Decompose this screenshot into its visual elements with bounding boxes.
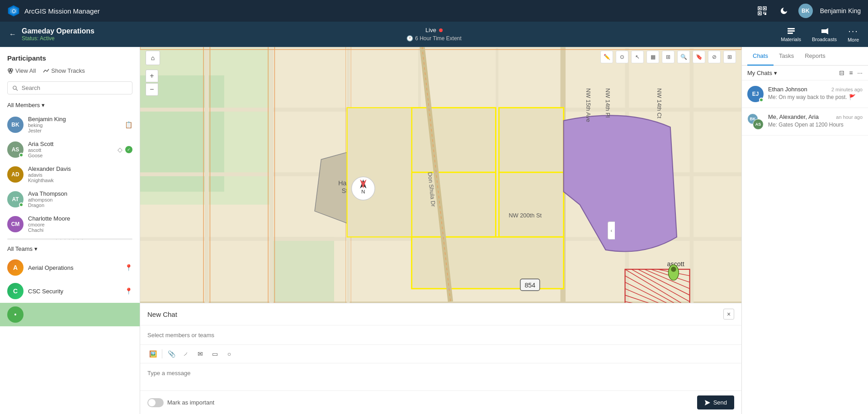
team-item-aerial[interactable]: A Aerial Operations 📍 <box>0 256 140 279</box>
chat-name-row-group: Me, Alexander, Aria an hour ago <box>768 113 863 120</box>
message-input[interactable] <box>147 370 734 376</box>
tab-chats[interactable]: Chats <box>747 47 774 66</box>
resize-handle[interactable]: · · · · · · · <box>7 238 132 240</box>
all-teams-section[interactable]: All Teams ▾ <box>0 242 140 256</box>
member-item-ad[interactable]: AD Alexander Davis adavis Knighthawk <box>0 162 140 187</box>
svg-rect-10 <box>764 12 765 13</box>
table-tool-button[interactable]: ▦ <box>646 51 659 63</box>
qr-code-button[interactable] <box>755 4 769 18</box>
map-home-button[interactable]: ⌂ <box>146 51 160 65</box>
zoom-in-button[interactable]: + <box>146 70 158 82</box>
draw-rect-button[interactable]: ▭ <box>209 348 220 359</box>
svg-rect-53 <box>347 108 412 237</box>
tab-tasks[interactable]: Tasks <box>774 47 799 66</box>
attach-image-button[interactable]: 🖼️ <box>147 348 158 359</box>
member-info-cm: Charlotte Moore cmoore Chachi <box>28 215 132 233</box>
all-members-section[interactable]: All Members ▾ <box>0 98 140 112</box>
show-tracks-button[interactable]: Show Tracks <box>43 67 85 74</box>
layers-button[interactable]: ⊘ <box>708 51 721 63</box>
new-chat-recipient-field[interactable] <box>140 325 741 345</box>
broadcasts-button[interactable]: Broadcasts <box>812 27 837 42</box>
send-button[interactable]: Send <box>697 395 734 409</box>
team-item-csc[interactable]: C CSC Security 📍 <box>0 279 140 303</box>
pin-icon[interactable]: ◇ <box>118 146 123 153</box>
filter-button[interactable]: ⊟ <box>839 69 844 76</box>
live-indicator: Live <box>425 27 443 33</box>
all-members-label: All Members <box>7 102 40 108</box>
grid-tool-button[interactable]: ⊞ <box>662 51 675 63</box>
member-item-at[interactable]: AT Ava Thompson athompson Dragon <box>0 187 140 212</box>
toggle-knob <box>148 399 156 406</box>
attach-file-button[interactable]: 📎 <box>166 348 177 359</box>
draw-shape-button[interactable]: ✉ <box>195 348 206 359</box>
view-all-button[interactable]: View All <box>7 67 36 74</box>
time-extent-label: 6 Hour Time Extent <box>415 35 462 42</box>
member-name-ad: Alexander Davis <box>28 165 132 172</box>
mark-important-toggle[interactable] <box>147 398 164 407</box>
view-all-label: View All <box>15 67 36 74</box>
team-item-third[interactable]: • <box>0 303 140 326</box>
chat-preview-ethan: Me: On my way back to the post. 🚩 <box>768 94 863 100</box>
chat-preview-text-group: Me: Gates Open at 1200 Hours <box>768 122 844 128</box>
back-button[interactable]: ← <box>9 30 16 38</box>
more-label: More <box>848 37 859 42</box>
status-label: Status: <box>22 35 38 42</box>
online-indicator-at <box>19 202 24 207</box>
apps-button[interactable]: ⊞ <box>723 51 736 63</box>
member-item-cm[interactable]: CM Charlotte Moore cmoore Chachi <box>0 212 140 236</box>
member-info-as: Aria Scott ascott Goose <box>28 141 113 158</box>
member-name-bk: Benjamin King <box>28 116 120 122</box>
chat-avatar-group: BK AS <box>747 113 764 130</box>
map-search-button[interactable]: 🔍 <box>677 51 690 63</box>
chat-preview-group: Me: Gates Open at 1200 Hours <box>768 122 863 128</box>
new-chat-toolbar: 🖼️ 📎 ⟋ ✉ ▭ ○ <box>140 345 741 363</box>
team-pin-icon-aerial[interactable]: 📍 <box>125 264 132 271</box>
draw-line-button[interactable]: ⟋ <box>180 348 191 359</box>
my-chats-dropdown[interactable]: My Chats ▾ <box>747 70 777 76</box>
participant-search[interactable] <box>7 81 132 94</box>
chat-item-ethan[interactable]: EJ Ethan Johnson 2 minutes ago Me: On my… <box>742 80 868 108</box>
chat-item-group[interactable]: BK AS Me, Alexander, Aria an hour ago Me… <box>742 108 868 136</box>
draw-tool-button[interactable]: ✏️ <box>600 51 613 63</box>
member-item-bk[interactable]: BK Benjamin King beking Jester 📋 <box>0 112 140 137</box>
recipient-input[interactable] <box>147 332 734 339</box>
online-indicator-as <box>19 153 24 157</box>
left-sidebar: Participants View All Show Tracks <box>0 47 140 414</box>
svg-text:N: N <box>361 189 365 194</box>
top-navigation: ⬡ ArcGIS Mission Manager <box>0 0 868 22</box>
bookmark-button[interactable]: 🔖 <box>693 51 705 63</box>
chat-time-ethan: 2 minutes ago <box>831 87 863 92</box>
more-options-button[interactable]: ··· <box>857 69 863 76</box>
team-name-aerial: Aerial Operations <box>28 264 120 271</box>
mission-name: Gameday Operations <box>22 27 781 35</box>
app-title: ArcGIS Mission Manager <box>24 7 100 15</box>
team-pin-icon-csc[interactable]: 📍 <box>125 287 132 295</box>
new-chat-message-field[interactable] <box>140 363 741 390</box>
target-tool-button[interactable]: ⊙ <box>616 51 628 63</box>
live-dot <box>439 28 443 32</box>
dark-mode-button[interactable] <box>777 4 791 18</box>
tab-reports[interactable]: Reports <box>799 47 831 66</box>
search-input[interactable] <box>22 85 127 91</box>
status-value: Active <box>40 35 55 42</box>
user-avatar[interactable]: BK <box>798 4 813 18</box>
materials-button[interactable]: Materials <box>781 27 801 42</box>
mission-center-info: Live 🕐 6 Hour Time Extent <box>406 27 462 42</box>
zoom-out-button[interactable]: − <box>146 83 158 96</box>
draw-circle-button[interactable]: ○ <box>224 348 235 359</box>
note-icon[interactable]: 📋 <box>125 121 132 128</box>
cursor-tool-button[interactable]: ↖ <box>631 51 644 63</box>
collapse-right-panel-button[interactable]: ‹ <box>608 221 615 240</box>
participants-header: Participants <box>0 47 140 66</box>
right-sidebar: Chats Tasks Reports My Chats ▾ ⊟ ≡ ··· E <box>741 47 868 414</box>
member-item-as[interactable]: AS Aria Scott ascott Goose ◇ ✓ <box>0 137 140 162</box>
close-new-chat-button[interactable]: × <box>723 309 734 320</box>
list-button[interactable]: ≡ <box>849 69 853 76</box>
more-button[interactable]: ··· More <box>848 26 859 42</box>
user-name: Benjamin King <box>820 7 861 14</box>
team-name-csc: CSC Security <box>28 288 120 295</box>
tab-chats-label: Chats <box>753 52 768 59</box>
time-extent: 🕐 6 Hour Time Extent <box>406 35 462 42</box>
live-label: Live <box>425 27 436 33</box>
send-icon <box>704 400 711 406</box>
